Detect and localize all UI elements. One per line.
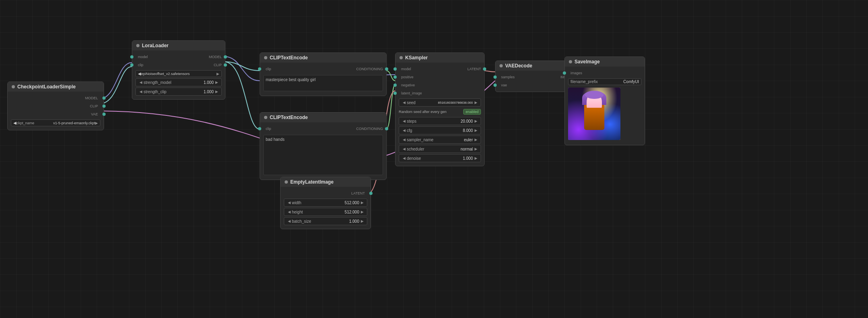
ksampler-latent-in-row: latent_image: [395, 89, 484, 97]
cfg-label: cfg: [407, 128, 440, 133]
strength-clip-inc[interactable]: ▶: [214, 89, 219, 94]
filename-prefix-row[interactable]: filename_prefix ComfyUI: [568, 78, 641, 85]
seed-dec[interactable]: ◀: [401, 100, 407, 105]
random-seed-badge[interactable]: enabled: [463, 109, 481, 115]
scheduler-label: scheduler: [407, 147, 440, 151]
lora-model-out-label: MODEL: [209, 55, 222, 59]
lora-model-out-port[interactable]: [224, 55, 227, 59]
empty-latent-body: LATENT ◀ width 512.000 ▶ ◀ height 512.00…: [281, 187, 371, 229]
lora-name-play[interactable]: ▶: [216, 72, 219, 76]
batch-size-row[interactable]: ◀ batch_size 1.000 ▶: [284, 217, 367, 225]
ksampler-negative-in-label: negative: [401, 83, 415, 87]
batch-size-value: 1.000: [326, 219, 360, 224]
lora-name-value: epiNoiseoffset_v2.safetensors: [141, 72, 216, 76]
save-images-in-row: images: [565, 69, 645, 77]
clip-text-positive-header: CLIPTextEncode: [260, 53, 386, 63]
strength-clip-row[interactable]: ◀ strength_clip 1.000 ▶: [135, 88, 222, 96]
denoise-inc[interactable]: ▶: [473, 155, 479, 161]
strength-model-row[interactable]: ◀ strength_model 1.000 ▶: [135, 78, 222, 86]
clip-text-negative-node: CLIPTextEncode clip CONDITIONING bad han…: [260, 112, 387, 180]
height-dec[interactable]: ◀: [286, 209, 292, 215]
checkpoint-loader-model-row: MODEL: [8, 94, 104, 102]
cfg-row[interactable]: ◀ cfg 8.000 ▶: [399, 126, 481, 134]
vae-out-port[interactable]: [102, 113, 106, 116]
seed-row[interactable]: ◀ seed 8516160300786638.000 ▶: [399, 98, 481, 107]
ksampler-positive-in-port[interactable]: [393, 75, 397, 79]
vae-samples-in-port[interactable]: [493, 75, 497, 79]
clip-text-positive-dot: [264, 56, 267, 59]
latent-out-port[interactable]: [369, 192, 373, 195]
lora-clip-in-port[interactable]: [130, 63, 133, 67]
ckpt-name-stepper-left[interactable]: ◀: [13, 121, 17, 125]
strength-model-dec[interactable]: ◀: [138, 80, 144, 85]
strength-clip-label: strength_clip: [144, 90, 179, 94]
strength-model-inc[interactable]: ▶: [214, 80, 219, 85]
cfg-dec[interactable]: ◀: [401, 128, 407, 133]
steps-label: steps: [407, 119, 440, 123]
height-inc[interactable]: ▶: [359, 209, 365, 215]
clip-negative-text-value: bad hands: [266, 137, 285, 142]
scheduler-dec[interactable]: ◀: [401, 146, 407, 152]
filename-prefix-value: ComfyUI: [605, 80, 639, 84]
scheduler-row[interactable]: ◀ scheduler normal ▶: [399, 145, 481, 153]
clip-positive-text-value: masterpiece best quality girl: [266, 77, 316, 82]
clip-out-port[interactable]: [102, 105, 106, 108]
ksampler-dot: [400, 56, 403, 59]
denoise-label: denoise: [407, 156, 440, 161]
sampler-name-inc[interactable]: ▶: [473, 137, 479, 142]
model-out-port[interactable]: [102, 96, 106, 100]
ckpt-name-row[interactable]: ◀ ckpt_name v1-5-pruned-emaonly.ckpt ▶: [11, 119, 100, 126]
width-inc[interactable]: ▶: [359, 200, 365, 205]
lora-name-row[interactable]: ◀ epiNoiseoffset_v2.safetensors ▶: [135, 70, 222, 77]
cfg-inc[interactable]: ▶: [473, 128, 479, 133]
batch-size-label: batch_size: [292, 219, 326, 224]
steps-dec[interactable]: ◀: [401, 118, 407, 124]
clip-negative-text[interactable]: bad hands: [263, 135, 383, 175]
clip-positive-in-label: clip: [266, 67, 271, 71]
width-row[interactable]: ◀ width 512.000 ▶: [284, 199, 367, 207]
ksampler-negative-in-port[interactable]: [393, 84, 397, 87]
height-row[interactable]: ◀ height 512.000 ▶: [284, 208, 367, 216]
lora-clip-out-port[interactable]: [224, 63, 227, 67]
lora-name-stepper-left[interactable]: ◀: [138, 71, 141, 76]
filename-prefix-label: filename_prefix: [570, 80, 605, 84]
ksampler-latent-out-port[interactable]: [483, 67, 486, 71]
width-dec[interactable]: ◀: [286, 200, 292, 205]
scheduler-inc[interactable]: ▶: [473, 146, 479, 152]
seed-inc[interactable]: ▶: [473, 100, 479, 105]
denoise-dec[interactable]: ◀: [401, 155, 407, 161]
save-images-in-label: images: [570, 71, 582, 75]
sampler-name-dec[interactable]: ◀: [401, 137, 407, 142]
checkpoint-loader-node: CheckpointLoaderSimple MODEL CLIP VAE ◀ …: [7, 82, 104, 130]
width-value: 512.000: [326, 201, 360, 205]
save-image-header: SaveImage: [565, 57, 645, 67]
seed-value: 8516160300786638.000: [438, 101, 473, 105]
vae-vae-in-port[interactable]: [493, 84, 497, 87]
save-image-title: SaveImage: [575, 59, 600, 65]
clip-negative-out-port[interactable]: [385, 127, 388, 130]
save-images-in-port[interactable]: [563, 71, 566, 75]
steps-row[interactable]: ◀ steps 20.000 ▶: [399, 117, 481, 125]
sampler-name-row[interactable]: ◀ sampler_name euler ▶: [399, 136, 481, 144]
vae-samples-in-label: samples: [501, 75, 515, 79]
lora-model-in-port[interactable]: [130, 55, 133, 59]
ksampler-latent-in-port[interactable]: [393, 92, 397, 95]
clip-negative-in-port[interactable]: [258, 127, 261, 130]
clip-positive-in-port[interactable]: [258, 67, 261, 71]
empty-latent-out-row: LATENT: [281, 189, 371, 197]
ksampler-model-in-port[interactable]: [393, 67, 397, 71]
strength-clip-dec[interactable]: ◀: [138, 89, 144, 94]
clip-out-label: CLIP: [90, 104, 98, 108]
clip-text-positive-node: CLIPTextEncode clip CONDITIONING masterp…: [260, 52, 387, 96]
steps-inc[interactable]: ▶: [473, 118, 479, 124]
denoise-row[interactable]: ◀ denoise 1.000 ▶: [399, 154, 481, 162]
seed-label: seed: [407, 100, 438, 105]
batch-size-dec[interactable]: ◀: [286, 218, 292, 224]
width-label: width: [292, 201, 326, 205]
clip-positive-text[interactable]: masterpiece best quality girl: [263, 75, 383, 91]
batch-size-inc[interactable]: ▶: [359, 218, 365, 224]
clip-positive-out-port[interactable]: [385, 67, 388, 71]
ckpt-name-play[interactable]: ▶: [95, 121, 98, 125]
empty-latent-title: EmptyLatentImage: [290, 179, 333, 185]
lora-loader-header: LoraLoader: [132, 41, 225, 50]
